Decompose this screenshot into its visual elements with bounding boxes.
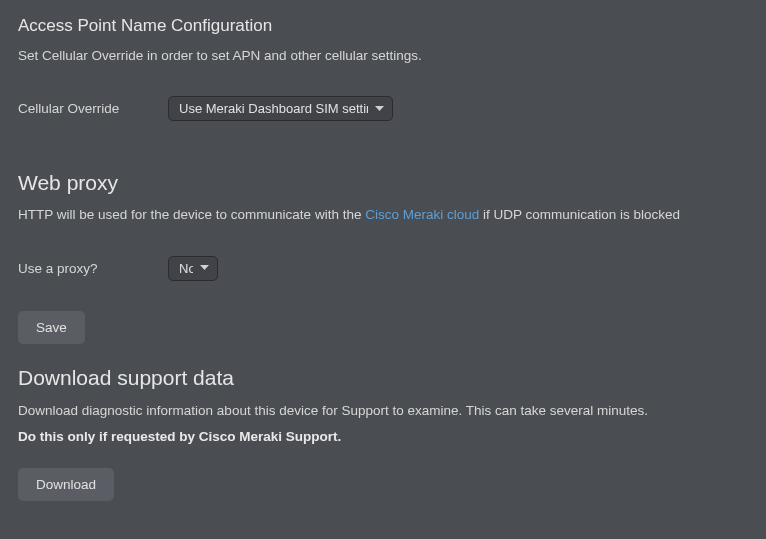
download-description: Download diagnostic information about th… bbox=[18, 400, 748, 422]
apn-title: Access Point Name Configuration bbox=[18, 16, 748, 36]
cellular-override-label: Cellular Override bbox=[18, 101, 168, 116]
cellular-override-select[interactable]: Use Meraki Dashboard SIM settings bbox=[168, 96, 393, 121]
save-button[interactable]: Save bbox=[18, 311, 85, 344]
webproxy-desc-before: HTTP will be used for the device to comm… bbox=[18, 207, 365, 222]
download-button[interactable]: Download bbox=[18, 468, 114, 501]
webproxy-section: Web proxy HTTP will be used for the devi… bbox=[18, 171, 748, 343]
download-section: Download support data Download diagnosti… bbox=[18, 366, 748, 502]
proxy-form-row: Use a proxy? No bbox=[18, 256, 748, 281]
apn-form-row: Cellular Override Use Meraki Dashboard S… bbox=[18, 96, 748, 121]
webproxy-description: HTTP will be used for the device to comm… bbox=[18, 205, 748, 225]
webproxy-desc-after: if UDP communication is blocked bbox=[479, 207, 680, 222]
apn-description: Set Cellular Override in order to set AP… bbox=[18, 46, 748, 66]
apn-section: Access Point Name Configuration Set Cell… bbox=[18, 16, 748, 121]
download-title: Download support data bbox=[18, 366, 748, 390]
use-proxy-select[interactable]: No bbox=[168, 256, 218, 281]
use-proxy-label: Use a proxy? bbox=[18, 261, 168, 276]
cisco-meraki-cloud-link[interactable]: Cisco Meraki cloud bbox=[365, 207, 479, 222]
download-warning: Do this only if requested by Cisco Merak… bbox=[18, 429, 748, 444]
webproxy-title: Web proxy bbox=[18, 171, 748, 195]
